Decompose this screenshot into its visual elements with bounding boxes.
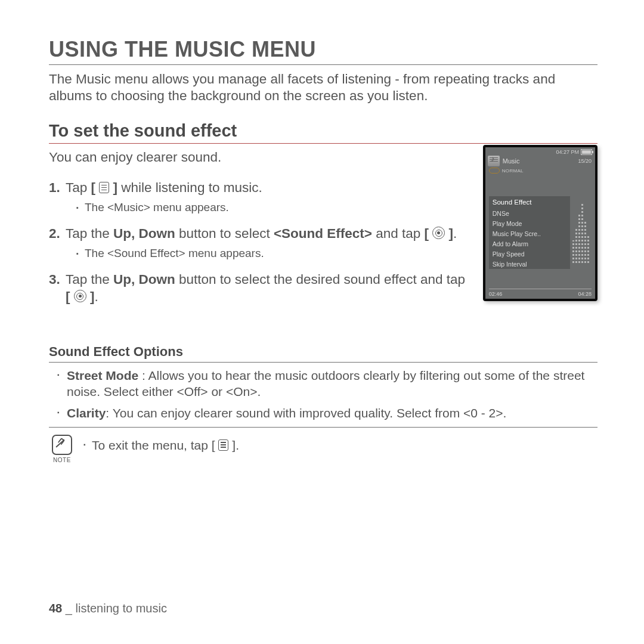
step-2-dot: .	[453, 226, 457, 241]
menu-icon	[218, 439, 228, 451]
device-menu-item: Music Play Scre..	[489, 228, 570, 239]
step-2-number: 2.	[49, 225, 60, 243]
step-1-post: while listening to music.	[117, 180, 262, 195]
bracket-close2: ]	[449, 226, 454, 241]
note-text: To exit the menu, tap [ ].	[83, 437, 239, 453]
device-progress: 02:46 04:28	[489, 291, 592, 297]
step-3-c: button to select the desired sound effec…	[175, 272, 465, 287]
option-1-label: Street Mode	[67, 369, 138, 382]
intro-text: The Music menu allows you manage all fac…	[49, 71, 597, 104]
device-menu: Sound Effect DNSe Play Mode Music Play S…	[489, 196, 570, 269]
device-mock: 04:27 PM Music 15/20 NORMAL Sound Effect…	[483, 145, 597, 301]
option-clarity: Clarity: You can enjoy clearer sound wit…	[49, 405, 597, 421]
title-rule	[49, 64, 597, 65]
option-1-sep: :	[138, 369, 148, 382]
option-2-text: You can enjoy clearer sound with improve…	[113, 406, 507, 420]
option-2-sep: :	[106, 406, 112, 420]
step-2-sub: The <Sound Effect> menu appears.	[76, 246, 472, 261]
note-pre: To exit the menu, tap	[92, 438, 212, 452]
step-2: 2. Tap the Up, Down button to select <So…	[49, 225, 472, 261]
device-menu-item: Skip Interval	[489, 259, 570, 269]
repeat-icon	[489, 168, 500, 174]
note-label: NOTE	[53, 457, 71, 463]
section-lead: You can enjoy clearer sound.	[49, 150, 472, 165]
step-2-c: button to select	[175, 226, 274, 241]
device-menu-item: Add to Alarm	[489, 239, 570, 249]
option-2-label: Clarity	[67, 406, 106, 420]
section-title: To set the sound effect	[49, 121, 597, 141]
step-1-number: 1.	[49, 179, 60, 197]
note-icon	[52, 435, 72, 455]
device-mode: NORMAL	[502, 168, 524, 174]
step-3: 3. Tap the Up, Down button to select the…	[49, 271, 472, 306]
step-3-dot: .	[95, 289, 98, 304]
page-title: USING THE MUSIC MENU	[49, 37, 597, 62]
device-menu-item: Play Speed	[489, 249, 570, 259]
footer-sep: _	[62, 602, 75, 615]
bracket-open2: [	[425, 226, 429, 241]
note-post: .	[236, 438, 239, 452]
device-statusbar: 04:27 PM	[485, 147, 595, 155]
step-2-a: Tap the	[66, 226, 113, 241]
device-time-left: 02:46	[489, 291, 503, 297]
step-1-sub: The <Music> menu appears.	[76, 200, 472, 215]
device-menu-item: Play Mode	[489, 218, 570, 228]
section-rule	[49, 143, 597, 144]
options-title: Sound Effect Options	[49, 344, 597, 360]
note-badge: NOTE	[49, 435, 75, 463]
option-street-mode: Street Mode : Allows you to hear the mus…	[49, 367, 597, 400]
page-number: 48	[49, 602, 62, 615]
step-1: 1. Tap [ ] while listening to music. The…	[49, 179, 472, 215]
device-title: Music	[503, 157, 520, 165]
page-footer: 48 _ listening to music	[49, 602, 167, 615]
device-time-right: 04:28	[578, 291, 592, 297]
note-block: NOTE To exit the menu, tap [ ].	[49, 435, 597, 463]
music-note-icon	[488, 156, 500, 166]
equalizer-bars	[572, 199, 592, 263]
step-1-pre: Tap	[66, 180, 91, 195]
step-3-a: Tap the	[66, 272, 113, 287]
step-2-e: and tap	[372, 226, 425, 241]
steps-list: 1. Tap [ ] while listening to music. The…	[49, 179, 472, 306]
step-2-d: <Sound Effect>	[274, 226, 372, 241]
step-3-b: Up, Down	[113, 272, 175, 287]
bracket-close3: ]	[90, 289, 95, 304]
step-2-b: Up, Down	[113, 226, 175, 241]
target-icon	[432, 227, 445, 239]
device-mode-row: NORMAL	[485, 167, 595, 176]
step-3-number: 3.	[49, 271, 60, 289]
bracket-close: ]	[113, 180, 118, 195]
chapter-name: listening to music	[76, 602, 167, 615]
battery-icon	[581, 149, 592, 155]
menu-icon	[99, 182, 109, 193]
options-list: Street Mode : Allows you to hear the mus…	[49, 367, 597, 421]
device-title-row: Music 15/20	[485, 155, 595, 167]
device-time: 04:27 PM	[556, 149, 579, 155]
bracket-open: [	[91, 180, 96, 195]
options-rule-top	[49, 362, 597, 363]
device-menu-item: DNSe	[489, 208, 570, 218]
bracket-open3: [	[66, 289, 70, 304]
device-count: 15/20	[578, 158, 592, 164]
device-menu-title: Sound Effect	[489, 196, 570, 208]
target-icon	[74, 290, 86, 302]
options-rule-bottom	[49, 427, 597, 428]
